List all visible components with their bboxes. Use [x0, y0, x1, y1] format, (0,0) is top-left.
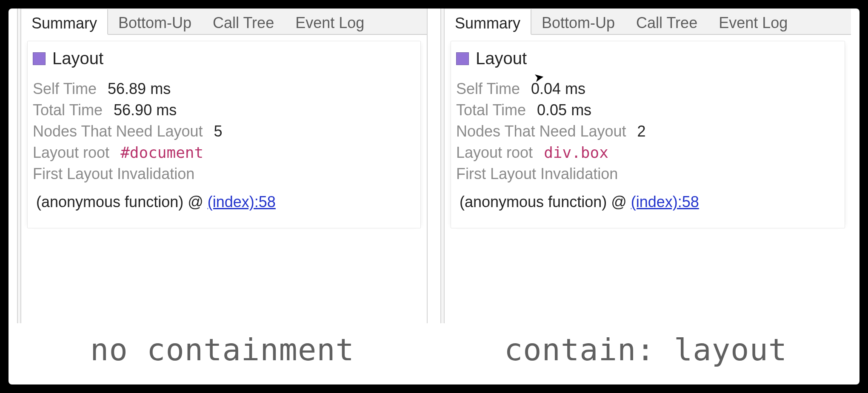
label-nodes-need-layout: Nodes That Need Layout — [33, 122, 203, 140]
value-layout-root[interactable]: div.box — [544, 144, 608, 161]
row-total-time: Total Time 56.90 ms — [33, 101, 415, 119]
layout-color-swatch — [456, 52, 469, 65]
captions-row: no containment contain: layout — [9, 323, 859, 384]
tab-bar: Summary Bottom-Up Call Tree Event Log — [445, 9, 851, 35]
gutter — [440, 9, 445, 323]
comparison-slide: Summary Bottom-Up Call Tree Event Log La… — [9, 9, 859, 384]
invalidation-source-link[interactable]: (index):58 — [631, 193, 699, 211]
summary-card: Layout Self Time 56.89 ms Total Time 56.… — [27, 41, 421, 228]
value-layout-root[interactable]: #document — [120, 144, 203, 161]
label-self-time: Self Time — [33, 80, 97, 98]
devtools-panel-contain-layout: Summary Bottom-Up Call Tree Event Log ➤ … — [440, 9, 851, 323]
row-self-time: Self Time 0.04 ms — [456, 80, 839, 98]
tab-event-log[interactable]: Event Log — [708, 9, 799, 34]
tab-summary[interactable]: Summary — [21, 9, 108, 35]
invalidation-source-line: (anonymous function) @ (index):58 — [456, 193, 839, 211]
event-title: Layout — [456, 49, 839, 68]
invalidation-source-link[interactable]: (index):58 — [208, 193, 276, 211]
invalidation-source-line: (anonymous function) @ (index):58 — [33, 193, 415, 211]
label-total-time: Total Time — [33, 101, 103, 119]
panel-body: Summary Bottom-Up Call Tree Event Log La… — [21, 9, 428, 323]
label-layout-root: Layout root — [456, 144, 533, 162]
row-nodes-need-layout: Nodes That Need Layout 5 — [33, 122, 415, 140]
event-name: Layout — [476, 49, 527, 68]
tab-call-tree[interactable]: Call Tree — [626, 9, 708, 34]
layout-color-swatch — [33, 52, 46, 65]
value-nodes-need-layout: 2 — [637, 122, 646, 140]
row-layout-root: Layout root div.box — [456, 144, 839, 162]
label-layout-root: Layout root — [33, 144, 109, 162]
tab-event-log[interactable]: Event Log — [285, 9, 375, 34]
event-title: Layout — [33, 49, 415, 68]
label-nodes-need-layout: Nodes That Need Layout — [456, 122, 626, 140]
row-total-time: Total Time 0.05 ms — [456, 101, 839, 119]
value-self-time: 0.04 ms — [531, 80, 585, 98]
value-total-time: 56.90 ms — [114, 101, 177, 119]
devtools-panel-no-containment: Summary Bottom-Up Call Tree Event Log La… — [17, 9, 428, 323]
tab-bottom-up[interactable]: Bottom-Up — [108, 9, 203, 34]
tab-summary[interactable]: Summary — [445, 9, 531, 35]
panels-row: Summary Bottom-Up Call Tree Event Log La… — [9, 9, 859, 323]
row-self-time: Self Time 56.89 ms — [33, 80, 415, 98]
row-first-invalidation: First Layout Invalidation — [456, 165, 839, 183]
tab-bar: Summary Bottom-Up Call Tree Event Log — [21, 9, 427, 35]
summary-card: ➤ Layout Self Time 0.04 ms Total Time 0.… — [451, 41, 845, 228]
value-nodes-need-layout: 5 — [214, 122, 223, 140]
row-layout-root: Layout root #document — [33, 144, 415, 162]
invalidation-prefix: (anonymous function) @ — [36, 193, 208, 211]
tab-call-tree[interactable]: Call Tree — [203, 9, 285, 34]
row-first-invalidation: First Layout Invalidation — [33, 165, 415, 183]
gutter — [17, 9, 21, 323]
invalidation-prefix: (anonymous function) @ — [460, 193, 631, 211]
label-first-invalidation: First Layout Invalidation — [33, 165, 194, 183]
event-name: Layout — [52, 49, 103, 68]
value-total-time: 0.05 ms — [537, 101, 591, 119]
label-first-invalidation: First Layout Invalidation — [456, 165, 618, 183]
panel-body: Summary Bottom-Up Call Tree Event Log ➤ … — [445, 9, 851, 323]
tab-bottom-up[interactable]: Bottom-Up — [531, 9, 626, 34]
row-nodes-need-layout: Nodes That Need Layout 2 — [456, 122, 839, 140]
caption-right: contain: layout — [440, 323, 851, 380]
label-self-time: Self Time — [456, 80, 520, 98]
label-total-time: Total Time — [456, 101, 526, 119]
caption-left: no containment — [17, 323, 428, 380]
value-self-time: 56.89 ms — [108, 80, 171, 98]
